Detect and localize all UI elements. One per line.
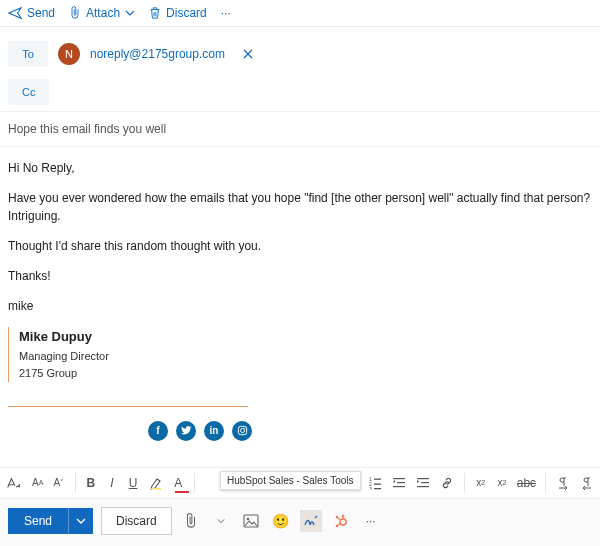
attach-icon-button[interactable] bbox=[180, 510, 202, 532]
cc-row: Cc bbox=[8, 73, 592, 111]
toolbar-divider-2 bbox=[194, 473, 195, 493]
cc-field-button[interactable]: Cc bbox=[8, 79, 49, 105]
remove-recipient-button[interactable] bbox=[243, 49, 253, 59]
bottom-bar: Send Discard 🙂 ··· bbox=[0, 499, 600, 547]
emoji-button[interactable]: 🙂 bbox=[270, 510, 292, 532]
svg-point-26 bbox=[335, 524, 338, 527]
svg-rect-17 bbox=[397, 482, 405, 483]
chevron-down-icon bbox=[125, 8, 135, 18]
signature-name: Mike Dupuy bbox=[19, 327, 118, 347]
svg-rect-0 bbox=[238, 426, 246, 434]
discard-button-top[interactable]: Discard bbox=[149, 6, 207, 20]
send-label: Send bbox=[27, 6, 55, 20]
font-color-button[interactable]: A bbox=[173, 472, 184, 494]
email-body[interactable]: Hi No Reply, Have you ever wondered how … bbox=[0, 147, 600, 467]
subscript-button[interactable]: x2 bbox=[496, 472, 507, 494]
svg-rect-16 bbox=[393, 478, 405, 479]
linkedin-icon[interactable]: in bbox=[204, 421, 224, 441]
svg-rect-19 bbox=[417, 478, 429, 479]
body-paragraph-1: Have you ever wondered how the emails th… bbox=[8, 189, 592, 225]
body-thanks: Thanks! bbox=[8, 267, 592, 285]
bold-button[interactable]: B bbox=[85, 472, 96, 494]
svg-rect-15 bbox=[374, 488, 381, 489]
signature-toggle-button[interactable] bbox=[300, 510, 322, 532]
underline-button[interactable]: U bbox=[127, 472, 138, 494]
indent-button[interactable] bbox=[416, 472, 430, 494]
numbered-list-button[interactable]: 123 bbox=[368, 472, 382, 494]
link-button[interactable] bbox=[440, 472, 454, 494]
font-size-decrease-button[interactable]: A˅ bbox=[53, 472, 64, 494]
svg-point-23 bbox=[246, 517, 249, 520]
svg-point-1 bbox=[240, 428, 244, 432]
discard-button[interactable]: Discard bbox=[101, 507, 172, 535]
recipient-chip[interactable]: noreply@2175group.com bbox=[90, 47, 225, 61]
send-button-top[interactable]: Send bbox=[8, 6, 55, 20]
send-icon bbox=[8, 6, 22, 20]
attach-dropdown-button[interactable] bbox=[210, 510, 232, 532]
hubspot-button[interactable] bbox=[330, 510, 352, 532]
send-button[interactable]: Send bbox=[8, 508, 69, 534]
attach-label: Attach bbox=[86, 6, 120, 20]
paperclip-icon bbox=[69, 6, 81, 20]
hubspot-tooltip: HubSpot Sales - Sales Tools bbox=[220, 471, 361, 490]
svg-text:3: 3 bbox=[369, 486, 372, 490]
discard-label: Discard bbox=[166, 6, 207, 20]
svg-rect-11 bbox=[374, 478, 381, 479]
body-signoff: mike bbox=[8, 297, 592, 315]
more-button-top[interactable]: ··· bbox=[221, 6, 231, 20]
svg-rect-21 bbox=[417, 486, 429, 487]
ltr-button[interactable] bbox=[556, 472, 570, 494]
strikethrough-button[interactable]: abc bbox=[517, 472, 535, 494]
top-toolbar: Send Attach Discard ··· bbox=[0, 0, 600, 27]
svg-rect-18 bbox=[393, 486, 405, 487]
signature-company: 2175 Group bbox=[19, 365, 118, 382]
toolbar-divider-3 bbox=[464, 473, 465, 493]
insert-image-button[interactable] bbox=[240, 510, 262, 532]
signature-title: Managing Director bbox=[19, 348, 118, 365]
font-color-swatch bbox=[175, 491, 189, 493]
subject-input[interactable]: Hope this email finds you well bbox=[0, 112, 600, 147]
signature-block: Mike Dupuy Managing Director 2175 Group bbox=[8, 327, 118, 382]
svg-rect-20 bbox=[421, 482, 429, 483]
toolbar-divider bbox=[75, 473, 76, 493]
svg-point-2 bbox=[244, 428, 245, 429]
send-split-button: Send bbox=[8, 508, 93, 534]
toolbar-divider-4 bbox=[545, 473, 546, 493]
font-size-increase-button[interactable]: AA bbox=[32, 472, 43, 494]
more-actions-button[interactable]: ··· bbox=[360, 510, 382, 532]
font-family-button[interactable] bbox=[6, 472, 22, 494]
social-row: f in bbox=[148, 421, 592, 441]
send-dropdown-button[interactable] bbox=[69, 508, 93, 534]
recipients-area: To N noreply@2175group.com Cc bbox=[0, 27, 600, 112]
attach-button[interactable]: Attach bbox=[69, 6, 135, 20]
svg-rect-3 bbox=[151, 488, 161, 490]
rtl-button[interactable] bbox=[580, 472, 594, 494]
svg-rect-13 bbox=[374, 483, 381, 484]
highlight-button[interactable] bbox=[149, 472, 163, 494]
to-row: To N noreply@2175group.com bbox=[8, 35, 592, 73]
svg-point-25 bbox=[335, 515, 338, 518]
superscript-button[interactable]: x2 bbox=[475, 472, 486, 494]
to-field-button[interactable]: To bbox=[8, 41, 48, 67]
trash-icon bbox=[149, 6, 161, 20]
italic-button[interactable]: I bbox=[106, 472, 117, 494]
facebook-icon[interactable]: f bbox=[148, 421, 168, 441]
instagram-icon[interactable] bbox=[232, 421, 252, 441]
svg-point-27 bbox=[341, 514, 344, 517]
body-paragraph-2: Thought I'd share this random thought wi… bbox=[8, 237, 592, 255]
twitter-icon[interactable] bbox=[176, 421, 196, 441]
more-label: ··· bbox=[221, 6, 231, 20]
signature-divider bbox=[8, 406, 248, 407]
formatting-toolbar: AA A˅ B I U A HubSpot Sales - Sales Tool… bbox=[0, 467, 600, 499]
recipient-avatar: N bbox=[58, 43, 80, 65]
body-greeting: Hi No Reply, bbox=[8, 159, 592, 177]
outdent-button[interactable] bbox=[392, 472, 406, 494]
